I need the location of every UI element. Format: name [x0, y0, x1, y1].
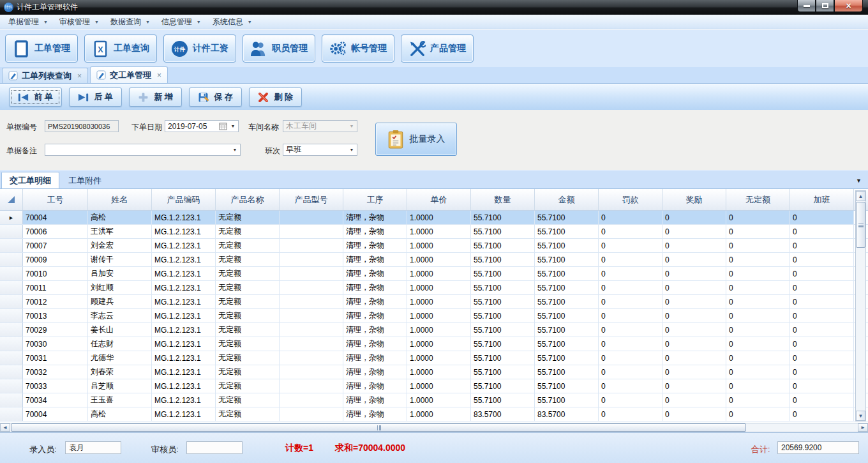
- table-cell[interactable]: 清理，杂物: [343, 253, 407, 266]
- table-cell[interactable]: 0: [726, 379, 790, 393]
- column-header[interactable]: 产品编码: [152, 189, 216, 210]
- table-cell[interactable]: 无定额: [216, 323, 280, 337]
- toolbar-button[interactable]: 职员管理: [243, 34, 315, 63]
- horizontal-scrollbar[interactable]: ◄ ►: [0, 423, 868, 432]
- table-cell[interactable]: 70011: [23, 281, 88, 294]
- table-row[interactable]: ►70004高松MG.1.2.123.1无定额清理，杂物1.000055.710…: [0, 211, 868, 225]
- table-cell[interactable]: 0: [599, 281, 662, 294]
- table-row[interactable]: 70004高松MG.1.2.123.1无定额清理，杂物1.000083.5700…: [0, 407, 868, 421]
- table-cell[interactable]: 王玉喜: [88, 393, 152, 407]
- table-cell[interactable]: 55.7100: [471, 267, 535, 280]
- table-cell[interactable]: 55.7100: [471, 253, 535, 266]
- column-header[interactable]: 数量: [471, 189, 535, 210]
- table-cell[interactable]: MG.1.2.123.1: [152, 393, 216, 407]
- table-cell[interactable]: 无定额: [216, 253, 280, 266]
- menu-item[interactable]: 系统信息▼: [207, 15, 258, 29]
- table-cell[interactable]: 1.0000: [407, 337, 471, 351]
- vertical-scroll-thumb[interactable]: [856, 202, 865, 248]
- table-cell[interactable]: 55.7100: [535, 337, 599, 351]
- table-cell[interactable]: 55.7100: [471, 379, 535, 393]
- table-cell[interactable]: 1.0000: [407, 323, 471, 337]
- table-cell[interactable]: 70006: [23, 225, 88, 238]
- workshop-select[interactable]: 木工车间 ▼: [283, 120, 357, 132]
- auditor-field[interactable]: [186, 441, 243, 454]
- table-cell[interactable]: 0: [662, 337, 726, 351]
- table-cell[interactable]: 0: [790, 323, 854, 337]
- table-cell[interactable]: [280, 379, 343, 393]
- table-cell[interactable]: 清理，杂物: [343, 225, 407, 238]
- table-cell[interactable]: 王洪军: [88, 225, 152, 238]
- table-cell[interactable]: 55.7100: [471, 393, 535, 407]
- order-date-picker[interactable]: 2019-07-05 ▼: [165, 120, 239, 132]
- table-cell[interactable]: 1.0000: [407, 309, 471, 323]
- table-cell[interactable]: 0: [599, 211, 662, 224]
- table-cell[interactable]: 0: [790, 281, 854, 294]
- table-row[interactable]: 70006王洪军MG.1.2.123.1无定额清理，杂物1.000055.710…: [0, 225, 868, 239]
- row-selector[interactable]: [0, 309, 23, 323]
- table-cell[interactable]: 0: [726, 337, 790, 351]
- menu-item[interactable]: 数据查询▼: [105, 15, 156, 29]
- column-header[interactable]: 罚款: [599, 189, 662, 210]
- row-selector[interactable]: ►: [0, 211, 23, 224]
- table-cell[interactable]: 0: [599, 295, 662, 308]
- tab-active[interactable]: 交工单管理×: [90, 66, 168, 83]
- column-header[interactable]: 无定额: [726, 189, 790, 210]
- toolbar-button[interactable]: 帐号管理: [322, 34, 394, 63]
- table-cell[interactable]: 0: [599, 393, 662, 407]
- column-header[interactable]: 产品名称: [216, 189, 280, 210]
- table-cell[interactable]: 0: [790, 351, 854, 365]
- table-cell[interactable]: 0: [790, 225, 854, 238]
- detail-tab[interactable]: 工单附件: [61, 173, 109, 188]
- table-cell[interactable]: 0: [599, 379, 662, 393]
- vertical-scrollbar[interactable]: ▲ ▼: [855, 190, 866, 421]
- select-all-corner[interactable]: [0, 189, 23, 210]
- table-cell[interactable]: 1.0000: [407, 407, 471, 421]
- table-cell[interactable]: 0: [662, 351, 726, 365]
- table-cell[interactable]: 0: [790, 295, 854, 308]
- table-cell[interactable]: MG.1.2.123.1: [152, 379, 216, 393]
- table-cell[interactable]: 0: [599, 365, 662, 379]
- table-cell[interactable]: 0: [662, 365, 726, 379]
- table-cell[interactable]: 0: [790, 309, 854, 323]
- row-selector[interactable]: [0, 407, 23, 421]
- table-cell[interactable]: 0: [790, 393, 854, 407]
- column-header[interactable]: 工号: [23, 189, 88, 210]
- table-cell[interactable]: 清理，杂物: [343, 309, 407, 323]
- table-cell[interactable]: 无定额: [216, 281, 280, 294]
- row-selector[interactable]: [0, 337, 23, 351]
- table-cell[interactable]: 清理，杂物: [343, 239, 407, 252]
- table-cell[interactable]: 70007: [23, 239, 88, 252]
- table-cell[interactable]: 70004: [23, 407, 88, 421]
- table-cell[interactable]: 70009: [23, 253, 88, 266]
- table-cell[interactable]: 0: [726, 323, 790, 337]
- table-cell[interactable]: 0: [726, 393, 790, 407]
- table-cell[interactable]: 0: [662, 379, 726, 393]
- tab-list-dropdown-icon[interactable]: ▼: [856, 178, 862, 184]
- table-cell[interactable]: 0: [662, 239, 726, 252]
- row-selector[interactable]: [0, 295, 23, 308]
- table-cell[interactable]: MG.1.2.123.1: [152, 281, 216, 294]
- table-cell[interactable]: 0: [662, 281, 726, 294]
- table-cell[interactable]: MG.1.2.123.1: [152, 253, 216, 266]
- table-row[interactable]: 70034王玉喜MG.1.2.123.1无定额清理，杂物1.000055.710…: [0, 393, 868, 407]
- scroll-right-button[interactable]: ►: [858, 423, 868, 432]
- table-cell[interactable]: [280, 281, 343, 294]
- table-cell[interactable]: 1.0000: [407, 379, 471, 393]
- scroll-left-button[interactable]: ◄: [0, 423, 10, 432]
- table-cell[interactable]: 55.7100: [535, 365, 599, 379]
- row-selector[interactable]: [0, 351, 23, 365]
- table-cell[interactable]: 0: [599, 351, 662, 365]
- table-cell[interactable]: 70029: [23, 323, 88, 337]
- table-cell[interactable]: 1.0000: [407, 365, 471, 379]
- table-cell[interactable]: 高松: [88, 407, 152, 421]
- table-cell[interactable]: [280, 225, 343, 238]
- table-cell[interactable]: MG.1.2.123.1: [152, 365, 216, 379]
- table-cell[interactable]: 清理，杂物: [343, 393, 407, 407]
- table-cell[interactable]: MG.1.2.123.1: [152, 323, 216, 337]
- chevron-down-icon[interactable]: ▼: [347, 148, 357, 152]
- remark-select[interactable]: ▼: [45, 144, 241, 156]
- table-cell[interactable]: 55.7100: [535, 239, 599, 252]
- table-cell[interactable]: 70032: [23, 365, 88, 379]
- tab-close-icon[interactable]: ×: [77, 72, 82, 80]
- action-button[interactable]: 保 存: [189, 87, 242, 107]
